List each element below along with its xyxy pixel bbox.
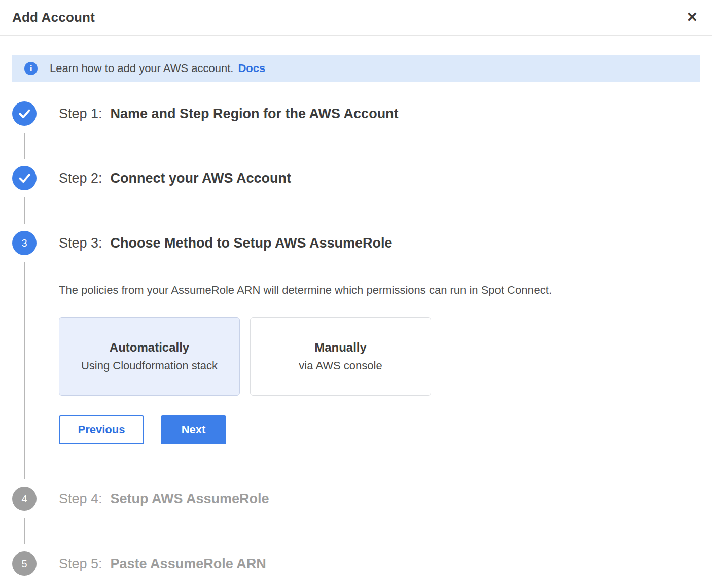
- step-4-rail: 4: [12, 487, 37, 551]
- step-connector: [24, 262, 25, 479]
- option-subtitle: via AWS console: [299, 359, 382, 372]
- info-icon: i: [24, 62, 38, 75]
- step-connector: [24, 518, 25, 544]
- banner-text: Learn how to add your AWS account.: [50, 62, 233, 75]
- check-icon: [19, 174, 30, 183]
- option-subtitle: Using Cloudformation stack: [81, 359, 218, 372]
- step-5-number-circle: 5: [12, 551, 37, 576]
- step-4: 4 Step 4: Setup AWS AssumeRole: [12, 487, 700, 551]
- modal-header: Add Account ✕: [0, 0, 712, 36]
- next-button[interactable]: Next: [161, 415, 226, 444]
- step-3-buttons: Previous Next: [59, 415, 700, 444]
- step-3-title: Choose Method to Setup AWS AssumeRole: [111, 235, 393, 251]
- step-5-label: Step 5:: [59, 556, 102, 572]
- option-title: Automatically: [110, 340, 189, 355]
- step-3-label: Step 3:: [59, 235, 102, 251]
- info-banner: i Learn how to add your AWS account. Doc…: [12, 55, 700, 82]
- close-icon[interactable]: ✕: [684, 9, 700, 26]
- step-1-label: Step 1:: [59, 106, 102, 122]
- step-5-title: Paste AssumeRole ARN: [111, 556, 266, 572]
- step-3-description: The policies from your AssumeRole ARN wi…: [59, 283, 700, 298]
- step-3: 3 Step 3: Choose Method to Setup AWS Ass…: [12, 231, 700, 487]
- step-2-label: Step 2:: [59, 170, 102, 186]
- step-4-number-circle: 4: [12, 487, 37, 511]
- step-1-title: Name and Step Region for the AWS Account: [111, 106, 399, 122]
- option-card-manually[interactable]: Manually via AWS console: [250, 317, 431, 396]
- step-3-rail: 3: [12, 231, 37, 487]
- step-2-title: Connect your AWS Account: [111, 170, 292, 186]
- step-5-rail: 5: [12, 551, 37, 576]
- docs-link[interactable]: Docs: [238, 62, 265, 75]
- stepper: Step 1: Name and Step Region for the AWS…: [0, 82, 712, 588]
- step-1-rail: [12, 101, 37, 166]
- option-card-automatically[interactable]: Automatically Using Cloudformation stack: [59, 317, 240, 396]
- step-connector: [24, 197, 25, 224]
- previous-button[interactable]: Previous: [59, 415, 144, 444]
- modal-title: Add Account: [12, 10, 95, 25]
- step-5: 5 Step 5: Paste AssumeRole ARN: [12, 551, 700, 576]
- step-connector: [24, 133, 25, 159]
- step-2: Step 2: Connect your AWS Account: [12, 166, 700, 231]
- step-1-done-circle: [12, 101, 37, 126]
- step-1: Step 1: Name and Step Region for the AWS…: [12, 101, 700, 166]
- step-4-label: Step 4:: [59, 491, 102, 507]
- check-icon: [19, 109, 30, 118]
- step-2-rail: [12, 166, 37, 231]
- step-4-title: Setup AWS AssumeRole: [111, 491, 269, 507]
- option-title: Manually: [314, 340, 367, 355]
- method-options: Automatically Using Cloudformation stack…: [59, 317, 700, 396]
- step-2-done-circle: [12, 166, 37, 190]
- step-3-number-circle: 3: [12, 231, 37, 255]
